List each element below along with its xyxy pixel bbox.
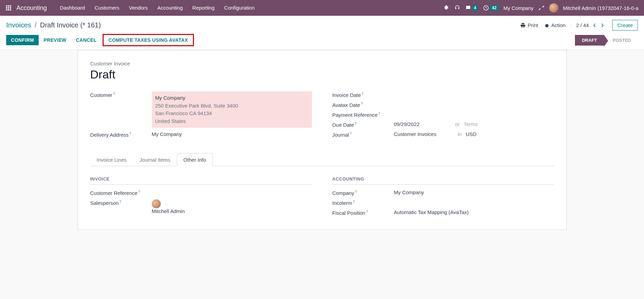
- company-selector[interactable]: My Company: [503, 5, 534, 11]
- action-label: Action: [551, 22, 566, 28]
- salesperson-label: Salesperson?: [90, 199, 152, 206]
- nav-configuration[interactable]: Configuration: [219, 0, 259, 16]
- activities-badge: 42: [490, 5, 498, 11]
- app-name[interactable]: Accounting: [16, 4, 47, 12]
- help-icon[interactable]: ?: [353, 200, 355, 204]
- help-icon[interactable]: ?: [362, 92, 364, 96]
- tab-other-info[interactable]: Other Info: [177, 153, 213, 166]
- help-icon[interactable]: ?: [355, 190, 357, 194]
- salesperson-value: Mitchell Admin: [152, 208, 185, 214]
- control-right: Print Action 2 / 44 Create: [520, 20, 638, 30]
- accounting-section-title: ACCOUNTING: [332, 176, 554, 185]
- due-date-field[interactable]: 09/29/2022 or Terms: [394, 121, 554, 127]
- support-icon[interactable]: [454, 5, 460, 11]
- nav-dashboard[interactable]: Dashboard: [55, 0, 90, 16]
- messages-button[interactable]: 4: [465, 5, 478, 11]
- confirm-button[interactable]: CONFIRM: [6, 35, 39, 45]
- status-posted[interactable]: POSTED: [604, 35, 638, 46]
- customer-city: San Francisco CA 94134: [155, 110, 308, 117]
- delivery-label: Delivery Address?: [90, 131, 152, 138]
- svg-rect-6: [6, 9, 8, 11]
- control-bar: Invoices / Draft Invoice (* 161) Print A…: [0, 16, 644, 30]
- messages-badge: 4: [472, 5, 478, 11]
- help-icon[interactable]: ?: [378, 112, 380, 116]
- form-sheet: Customer Invoice Draft Customer? My Comp…: [78, 50, 567, 230]
- print-button[interactable]: Print: [520, 22, 538, 28]
- customer-field[interactable]: My Company 250 Executive Park Blvd, Suit…: [152, 91, 312, 128]
- customer-street: 250 Executive Park Blvd, Suite 3400: [155, 102, 308, 110]
- delivery-field[interactable]: My Company: [152, 131, 312, 137]
- breadcrumb: Invoices / Draft Invoice (* 161): [6, 21, 101, 29]
- journal-field[interactable]: Customer Invoices in USD: [394, 131, 554, 137]
- svg-rect-8: [10, 9, 11, 11]
- help-icon[interactable]: ?: [119, 200, 121, 204]
- in-label: in: [458, 131, 462, 137]
- salesperson-avatar: [152, 199, 161, 208]
- terms-field[interactable]: Terms: [464, 121, 478, 127]
- svg-rect-5: [10, 7, 11, 9]
- help-icon[interactable]: ?: [366, 210, 368, 214]
- payment-ref-label: Payment Reference?: [332, 111, 394, 118]
- pager: 2 / 44: [571, 22, 605, 28]
- clock-icon: [483, 5, 489, 11]
- fiscal-field[interactable]: Automatic Tax Mapping (AvaTax): [394, 209, 554, 215]
- svg-rect-0: [6, 5, 8, 7]
- create-button[interactable]: Create: [612, 20, 638, 30]
- cancel-button[interactable]: CANCEL: [71, 35, 101, 45]
- status-draft[interactable]: DRAFT: [575, 35, 604, 46]
- svg-rect-7: [8, 9, 9, 11]
- help-icon[interactable]: ?: [361, 102, 363, 106]
- incoterm-label: Incoterm?: [332, 199, 394, 206]
- currency-value[interactable]: USD: [466, 131, 477, 137]
- company-label: Company?: [332, 189, 394, 196]
- nav-customers[interactable]: Customers: [90, 0, 124, 16]
- tabs: Invoice Lines Journal Items Other Info: [90, 153, 554, 166]
- nav-right: 4 42 My Company Mitchell Admin (19732047…: [443, 3, 639, 12]
- pager-next-icon[interactable]: [600, 23, 605, 28]
- nav-vendors[interactable]: Vendors: [124, 0, 153, 16]
- chat-icon: [465, 5, 471, 11]
- breadcrumb-sep: /: [35, 21, 37, 29]
- preview-button[interactable]: PREVIEW: [39, 35, 71, 45]
- apps-icon[interactable]: [5, 5, 12, 11]
- fiscal-label: Fiscal Position?: [332, 209, 394, 216]
- tab-invoice-lines[interactable]: Invoice Lines: [90, 153, 133, 166]
- help-icon[interactable]: ?: [129, 132, 131, 136]
- cust-ref-label: Customer Reference?: [90, 189, 152, 196]
- nav-reporting[interactable]: Reporting: [187, 0, 219, 16]
- due-date-label: Due Date?: [332, 121, 394, 128]
- compute-avatax-highlight: COMPUTE TAXES USING AVATAX: [103, 34, 194, 46]
- company-field[interactable]: My Company: [394, 189, 554, 195]
- salesperson-field[interactable]: Mitchell Admin: [152, 199, 312, 214]
- help-icon[interactable]: ?: [350, 132, 352, 136]
- action-button[interactable]: Action: [544, 22, 566, 28]
- doc-title: Draft: [90, 68, 554, 81]
- help-icon[interactable]: ?: [113, 92, 115, 96]
- compute-avatax-button[interactable]: COMPUTE TAXES USING AVATAX: [105, 36, 191, 45]
- customer-label: Customer?: [90, 91, 152, 98]
- avatar[interactable]: [549, 3, 558, 12]
- avatax-date-label: Avatax Date?: [332, 101, 394, 108]
- print-icon: [520, 23, 526, 28]
- journal-label: Journal?: [332, 131, 394, 138]
- tools-icon[interactable]: [538, 5, 544, 11]
- tab-journal-items[interactable]: Journal Items: [133, 153, 177, 166]
- bug-icon[interactable]: [443, 5, 449, 11]
- user-name[interactable]: Mitchell Admin (19732047-16-0-a: [563, 5, 639, 11]
- pager-text[interactable]: 2 / 44: [576, 22, 589, 28]
- svg-rect-2: [10, 5, 11, 7]
- activities-button[interactable]: 42: [483, 5, 498, 11]
- help-icon[interactable]: ?: [138, 190, 140, 194]
- breadcrumb-root[interactable]: Invoices: [6, 21, 31, 29]
- accounting-section: ACCOUNTING Company? My Company Incoterm?…: [332, 176, 554, 219]
- action-bar: CONFIRM PREVIEW CANCEL COMPUTE TAXES USI…: [0, 30, 644, 50]
- invoice-section: INVOICE Customer Reference? Salesperson?…: [90, 176, 312, 219]
- top-nav: Accounting Dashboard Customers Vendors A…: [0, 0, 644, 16]
- pager-prev-icon[interactable]: [592, 23, 597, 28]
- invoice-section-title: INVOICE: [90, 176, 312, 185]
- help-icon[interactable]: ?: [355, 122, 357, 126]
- nav-accounting[interactable]: Accounting: [153, 0, 187, 16]
- svg-rect-1: [8, 5, 9, 7]
- svg-rect-4: [8, 7, 9, 9]
- print-label: Print: [528, 22, 538, 28]
